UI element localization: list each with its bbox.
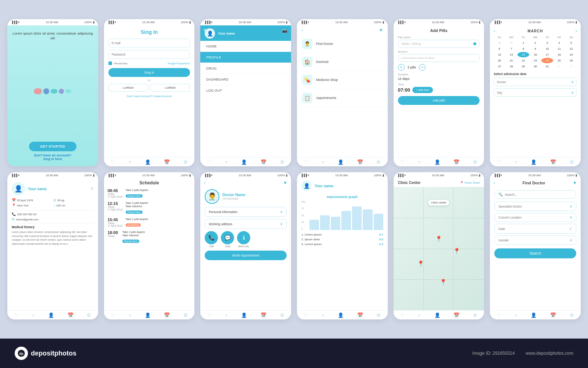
cal-day[interactable]: 1 (553, 64, 565, 69)
cal-day[interactable]: 18 (553, 52, 565, 57)
pills-name-input[interactable]: Tablet, 200mg (398, 40, 480, 48)
cal-day[interactable]: 21 (506, 58, 517, 63)
city-dropdown[interactable]: Sity ∨ (494, 88, 577, 97)
cal-day[interactable]: 28 (506, 64, 517, 69)
nav-gear-icon[interactable]: ⚙ (183, 159, 188, 165)
specialist-doctor-filter[interactable]: Specialist Doctor ∨ (494, 202, 576, 211)
map-pin-1[interactable]: 📍 (435, 236, 442, 243)
map-pin-3[interactable]: 📍 (453, 248, 460, 255)
cal-day[interactable]: 26 (565, 58, 577, 63)
cal-day[interactable]: 14 (506, 52, 517, 57)
cal-day[interactable]: 27 (494, 64, 505, 69)
social-btn-2[interactable]: LOREM (150, 84, 190, 92)
back-arrow-icon-12[interactable]: ‹ (494, 180, 495, 185)
cal-day[interactable]: 29 (517, 64, 529, 69)
back-arrow-icon[interactable]: ‹ (301, 28, 303, 33)
signin-button[interactable]: Sing in (108, 68, 190, 77)
cal-day[interactable]: 1 (517, 40, 529, 46)
clinic-center-badge[interactable]: Clinic center (428, 199, 449, 206)
appointments-item[interactable]: 📋 Appointments (297, 89, 388, 107)
back-arrow-icon-9[interactable]: ‹ (204, 180, 205, 185)
map-pin-4[interactable]: 📍 (440, 279, 447, 286)
cal-day[interactable]: 5 (565, 40, 577, 46)
more-info-btn[interactable]: ℹ (237, 231, 250, 244)
nav-cal-icon[interactable]: 📅 (261, 159, 266, 165)
book-appointment-btn[interactable]: Book Appointment (205, 251, 287, 260)
cal-day[interactable]: 13 (494, 52, 505, 57)
nav-gear-icon[interactable]: ⚙ (280, 159, 284, 165)
current-location-filter[interactable]: Current Location ∨ (494, 213, 576, 222)
search-button[interactable]: Search (494, 248, 576, 258)
plus-btn[interactable]: + (398, 64, 405, 71)
cal-day[interactable]: 19 (565, 52, 577, 57)
get-started-button[interactable]: GET STARTED (29, 142, 76, 151)
remember-checkbox[interactable] (108, 61, 112, 65)
menu-item-profile[interactable]: PROFILE (200, 52, 291, 63)
cal-day[interactable]: 4 (553, 40, 565, 46)
date-filter[interactable]: Date ✓ (494, 224, 576, 234)
cal-day[interactable]: 23 (530, 58, 541, 63)
filter-icon[interactable]: ▼ (379, 28, 383, 33)
menu-item-logout[interactable]: LOG OUT (200, 85, 291, 96)
menu-item-home[interactable]: HOME (200, 41, 291, 52)
cal-day[interactable]: 30 (494, 40, 505, 46)
map-pin-2[interactable]: 📍 (417, 260, 424, 267)
nav-heart-icon[interactable]: ♡ (207, 159, 212, 165)
cal-day[interactable]: 9 (530, 46, 541, 52)
menu-item-drug[interactable]: DRUG (200, 63, 291, 74)
prev-month-btn[interactable]: ‹ (494, 28, 495, 33)
cal-day[interactable]: 31 (541, 64, 553, 69)
nav-plus-icon[interactable]: + (225, 159, 228, 165)
nav-cal-icon[interactable]: 📅 (164, 159, 170, 165)
nav-user-icon[interactable]: 👤 (145, 159, 151, 165)
cal-day[interactable]: 3 (541, 40, 553, 46)
personal-info-section[interactable]: Personal information ∨ (205, 207, 287, 217)
password-input[interactable] (108, 50, 190, 59)
cal-day[interactable]: 16 (530, 52, 541, 57)
cal-day[interactable]: 2 (565, 64, 577, 69)
edit-icon[interactable]: ✎ (90, 187, 94, 191)
gender-filter[interactable]: Gander ∨ (494, 236, 576, 245)
chat-btn[interactable]: 💬 (221, 231, 234, 244)
bottom-nav-5: ♡ + 👤 📅 ⚙ (394, 157, 484, 166)
add-time-btn[interactable]: + Add time (412, 87, 433, 93)
nav-heart-icon[interactable]: ♡ (111, 159, 115, 165)
filter-icon-9[interactable]: ▼ (283, 180, 287, 185)
doctriod-item[interactable]: 🏠 Doctriod (297, 53, 388, 71)
filter-icon-12[interactable]: ▼ (573, 180, 577, 185)
search-input[interactable] (505, 193, 572, 197)
next-month-btn[interactable]: › (576, 28, 577, 33)
menu-item-dashboard[interactable]: DASHBOARD (200, 74, 291, 85)
minus-btn[interactable]: − (419, 64, 426, 71)
nav-plus-icon[interactable]: + (129, 159, 132, 165)
cal-day[interactable]: 30 (530, 64, 541, 69)
cal-day[interactable]: 11 (553, 46, 565, 52)
cal-day-selected[interactable]: 24 (541, 58, 553, 63)
cal-day[interactable]: 10 (541, 46, 553, 52)
cal-day[interactable]: 25 (553, 58, 565, 63)
social-btn-1[interactable]: LOREM (108, 84, 148, 92)
cal-day[interactable]: 20 (494, 58, 505, 63)
cal-day[interactable]: 7 (506, 46, 517, 52)
medicine-shop-item[interactable]: 💊 Medicine Shop (297, 71, 388, 89)
cal-day[interactable]: 22 (517, 58, 529, 63)
add-pills-button[interactable]: Add pills (398, 96, 480, 105)
call-btn[interactable]: 📞 (205, 231, 218, 244)
cal-day[interactable]: 12 (565, 46, 577, 52)
cal-day-today[interactable]: 15 (517, 52, 529, 57)
cal-day[interactable]: 17 (541, 52, 553, 57)
cal-day[interactable]: 31 (506, 40, 517, 46)
cal-day[interactable]: 2 (530, 40, 541, 46)
camera-icon[interactable]: 📷 (282, 28, 287, 33)
phone-calendar: ▐▐▐▾ 10:30 AM 100%▮ ‹ MARCH › SU MO TU W… (490, 19, 581, 166)
amount-placeholder[interactable]: Lorem ipsum dolor sit amet (398, 54, 480, 62)
cal-day[interactable]: 6 (494, 46, 505, 52)
doctor-dropdown[interactable]: Doctor ∨ (494, 78, 577, 86)
email-input[interactable] (108, 39, 190, 47)
cal-day[interactable]: 8 (517, 46, 529, 52)
close-icon[interactable]: ✕ (203, 28, 207, 33)
find-doctor-item[interactable]: 👨‍⚕️ Find Doctor (297, 35, 388, 53)
forget-password-link[interactable]: Forget Password? (168, 62, 190, 65)
nav-user-icon[interactable]: 👤 (241, 159, 247, 165)
working-address-section[interactable]: Working address ∨ (205, 219, 287, 229)
